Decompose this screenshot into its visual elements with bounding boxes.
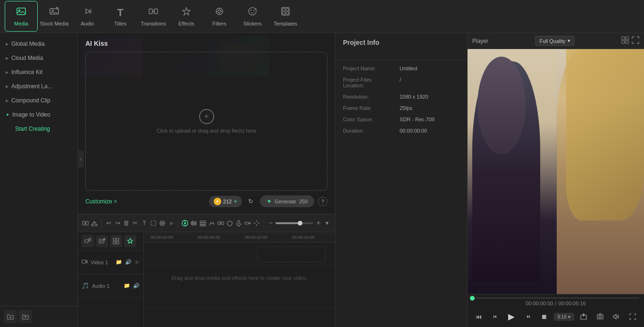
ai-bottom-right: ✦ 212 + ↻ ✦ Generate 250 ? [209, 195, 327, 207]
sidebar-item-start-creating[interactable]: Start Creating [0, 122, 77, 136]
player-progress[interactable] [468, 294, 644, 300]
mask-btn[interactable] [158, 217, 166, 230]
sidebar-label-adjustment: Adjustment La... [11, 83, 52, 90]
time-separator: / [555, 301, 556, 306]
audio-icon [82, 6, 92, 19]
frame-back-btn[interactable] [489, 310, 502, 323]
step-back-btn[interactable]: ⏮ [472, 310, 485, 323]
volume-ctrl-btn[interactable] [610, 310, 623, 323]
toolbar-effects[interactable]: Effects [170, 1, 203, 32]
duration-row: Duration: 00:00:00:00 [343, 128, 460, 134]
upload-folder-btn[interactable] [19, 310, 32, 323]
toolbar-stickers[interactable]: Stickers [236, 1, 269, 32]
svg-point-37 [184, 222, 186, 224]
svg-rect-47 [218, 222, 220, 225]
resolution-label: Resolution: [343, 94, 400, 100]
filters-icon [214, 6, 225, 19]
project-info-panel: Project Info Project Name: Untitled Proj… [335, 33, 467, 327]
svg-rect-23 [83, 221, 85, 225]
more-btn[interactable]: » [167, 217, 175, 230]
quality-select[interactable]: Full Quality ▾ [535, 36, 574, 46]
grid-view-btn[interactable] [621, 36, 629, 45]
sidebar-bottom-bar [0, 306, 77, 327]
speed-btn[interactable] [181, 217, 189, 230]
toolbar-templates[interactable]: Templates [269, 1, 302, 32]
toolbar-media[interactable]: Media [5, 1, 38, 32]
motion-btn[interactable] [208, 217, 216, 230]
arrange-btn[interactable] [244, 217, 252, 230]
frame-fwd-btn[interactable] [521, 310, 535, 323]
sidebar-collapse-btn[interactable]: ‹ [77, 151, 84, 168]
svg-rect-17 [283, 8, 285, 11]
trim-btn[interactable] [91, 217, 99, 230]
add-media-btn[interactable] [82, 235, 94, 247]
aspect-ratio-btn[interactable]: 9:16 ▾ [554, 313, 574, 321]
svg-rect-46 [200, 225, 206, 226]
zoom-track [276, 222, 313, 224]
mic-btn[interactable] [235, 217, 243, 230]
cut-btn[interactable]: ✂ [131, 217, 139, 230]
zoom-out-btn[interactable]: － [267, 217, 275, 230]
total-time: 00:00:05:16 [559, 301, 586, 306]
undo-btn[interactable]: ↩ [105, 217, 113, 230]
more2-btn[interactable]: ▾ [323, 217, 331, 230]
ai-upload-area[interactable]: + Click to upload or drag and drop file(… [85, 52, 327, 191]
zoom-slider[interactable] [276, 222, 313, 224]
protect-btn[interactable] [226, 217, 234, 230]
project-name-row: Project Name: Untitled [343, 66, 460, 71]
crop-btn[interactable] [149, 217, 157, 230]
framerate-row: Frame Rate: 25fps [343, 105, 460, 111]
snap-btn[interactable] [82, 217, 90, 230]
sidebar-item-image-to-video[interactable]: ▼ Image to Video [0, 108, 77, 122]
customize-link[interactable]: Customize > [85, 198, 117, 205]
sidebar-item-global-media[interactable]: ▶ Global Media [0, 37, 77, 51]
player-image [468, 49, 644, 294]
drop-text-row: Drag and drop media and effects here to … [144, 266, 335, 290]
screenshot-btn[interactable] [594, 310, 607, 323]
toolbar-filters[interactable]: Filters [203, 1, 236, 32]
add-effect-btn[interactable] [124, 235, 136, 247]
fullscreen-btn[interactable] [632, 36, 639, 45]
sidebar-item-adjustment[interactable]: ▶ Adjustment La... [0, 79, 77, 93]
svg-rect-4 [149, 9, 152, 14]
stop-btn[interactable]: ⏹ [537, 310, 551, 323]
generate-btn[interactable]: ✦ Generate 250 [260, 195, 314, 207]
zoom-fill [276, 222, 300, 224]
refresh-btn[interactable]: ↻ [246, 196, 256, 207]
track-btn[interactable] [199, 217, 207, 230]
quality-value: Full Quality [539, 38, 565, 44]
text-btn[interactable]: T [140, 217, 148, 230]
help-btn[interactable]: ? [318, 197, 327, 206]
delete-btn[interactable]: 🗑 [122, 217, 130, 230]
stickers-icon [247, 6, 258, 19]
export-btn[interactable] [577, 310, 590, 323]
new-folder-btn[interactable] [4, 310, 17, 323]
add-compound-btn[interactable] [110, 235, 122, 247]
transform-btn[interactable] [253, 217, 261, 230]
project-info-fields: Project Name: Untitled Project FilesLoca… [335, 60, 467, 145]
toolbar-titles[interactable]: T Titles [104, 1, 137, 32]
player-top-bar: Player Full Quality ▾ [468, 33, 644, 49]
toolbar-stock-label: Stock Media [40, 21, 69, 26]
add-text-btn[interactable] [96, 235, 108, 247]
arrow-icon-img2vid: ▼ [6, 113, 9, 117]
sidebar-item-compound-clip[interactable]: ▶ Compound Clip [0, 93, 77, 108]
zoom-in-btn[interactable]: ＋ [314, 217, 322, 230]
redo-btn[interactable]: ↪ [114, 217, 122, 230]
player-preview [468, 49, 644, 294]
svg-rect-70 [622, 37, 625, 40]
svg-rect-72 [622, 41, 625, 43]
audio-mix-btn[interactable] [190, 217, 198, 230]
toolbar-transitions[interactable]: Transitions [137, 1, 170, 32]
sidebar-item-cloud-media[interactable]: ▶ Cloud Media [0, 51, 77, 65]
aspect-chevron-icon: ▾ [568, 314, 570, 319]
split2-btn[interactable] [217, 217, 225, 230]
svg-point-3 [52, 9, 54, 11]
play-btn[interactable]: ▶ [505, 310, 518, 323]
toolbar-audio[interactable]: Audio [71, 1, 104, 32]
toolbar-stock[interactable]: Stock Media [38, 1, 71, 32]
sidebar-item-influence[interactable]: ▶ Influence Kit [0, 65, 77, 79]
svg-rect-41 [192, 221, 193, 226]
fullscreen-ctrl-btn[interactable] [626, 310, 639, 323]
ruler-marks-container: 00:00:00:00 00:00:05:00 00:00:10:00 00:0… [146, 232, 335, 242]
